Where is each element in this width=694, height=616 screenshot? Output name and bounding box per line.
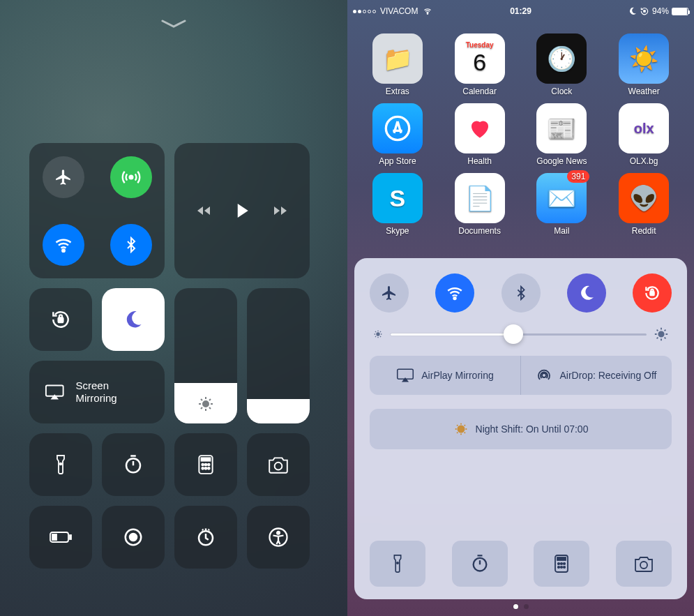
camera-button[interactable] bbox=[616, 541, 672, 587]
dismiss-chevron-icon[interactable] bbox=[161, 20, 186, 29]
bluetooth-toggle[interactable] bbox=[110, 224, 152, 266]
screen-mirroring-icon bbox=[45, 384, 65, 400]
cellular-toggle[interactable] bbox=[110, 156, 152, 198]
airplay-label: AirPlay Mirroring bbox=[421, 370, 493, 381]
dnd-icon bbox=[628, 7, 637, 15]
app-clock[interactable]: 🕐Clock bbox=[523, 33, 601, 96]
screen-record-button[interactable] bbox=[102, 506, 165, 569]
svg-point-15 bbox=[275, 463, 282, 470]
signal-icon bbox=[353, 10, 376, 13]
svg-rect-25 bbox=[644, 10, 645, 12]
app-health[interactable]: Health bbox=[441, 103, 519, 166]
app-documents[interactable]: 📄Documents bbox=[441, 173, 519, 236]
bluetooth-toggle[interactable] bbox=[501, 273, 541, 313]
airplay-icon bbox=[396, 368, 414, 383]
app-calendar[interactable]: Tuesday6Calendar bbox=[441, 33, 519, 96]
svg-point-23 bbox=[277, 532, 280, 534]
svg-point-42 bbox=[561, 566, 562, 568]
svg-point-38 bbox=[558, 563, 559, 564]
timer-button[interactable] bbox=[452, 541, 508, 587]
airplay-button[interactable]: AirPlay Mirroring bbox=[370, 356, 520, 395]
app-weather[interactable]: ☀️Weather bbox=[605, 33, 683, 96]
dnd-toggle[interactable] bbox=[567, 273, 606, 313]
svg-point-40 bbox=[564, 563, 565, 564]
camera-button[interactable] bbox=[247, 433, 310, 496]
svg-point-9 bbox=[202, 464, 204, 466]
ios11-control-center: Screen Mirroring bbox=[0, 0, 347, 616]
rewind-icon[interactable] bbox=[195, 202, 212, 219]
forward-icon[interactable] bbox=[272, 202, 289, 219]
media-card[interactable] bbox=[174, 143, 310, 278]
svg-point-26 bbox=[386, 117, 409, 140]
shortcut-row bbox=[370, 541, 672, 587]
svg-point-39 bbox=[561, 563, 562, 564]
volume-icon bbox=[271, 397, 286, 412]
dnd-toggle[interactable] bbox=[102, 288, 165, 351]
brightness-icon bbox=[197, 396, 214, 412]
airplay-airdrop-row: AirPlay Mirroring AirDrop: Receiving Off bbox=[370, 356, 672, 395]
svg-point-32 bbox=[542, 373, 546, 377]
app-reddit[interactable]: 👽Reddit bbox=[605, 173, 683, 236]
calculator-button[interactable] bbox=[534, 541, 589, 587]
app-skype[interactable]: SSkype bbox=[359, 173, 437, 236]
svg-rect-18 bbox=[52, 534, 56, 540]
volume-slider[interactable] bbox=[247, 288, 310, 423]
page-indicator[interactable] bbox=[513, 604, 529, 609]
svg-rect-28 bbox=[650, 292, 654, 295]
svg-point-34 bbox=[397, 562, 398, 564]
svg-rect-8 bbox=[202, 458, 211, 460]
night-shift-button[interactable]: Night Shift: On Until 07:00 bbox=[370, 409, 672, 449]
clock-button[interactable] bbox=[174, 506, 237, 569]
app-appstore[interactable]: App Store bbox=[359, 103, 437, 166]
control-panel: AirPlay Mirroring AirDrop: Receiving Off… bbox=[354, 258, 687, 599]
controls-grid: Screen Mirroring bbox=[29, 143, 318, 569]
screen-mirroring-label: Screen Mirroring bbox=[76, 380, 149, 405]
carrier-label: VIVACOM bbox=[380, 6, 418, 16]
orientation-lock-icon bbox=[640, 6, 649, 16]
flashlight-button[interactable] bbox=[29, 433, 92, 496]
app-extras[interactable]: 📁Extras bbox=[359, 33, 437, 96]
brightness-low-icon bbox=[372, 329, 384, 340]
svg-point-33 bbox=[458, 426, 464, 432]
wifi-icon bbox=[422, 7, 433, 15]
calculator-button[interactable] bbox=[174, 433, 237, 496]
timer-button[interactable] bbox=[102, 433, 165, 496]
brightness-high-icon bbox=[654, 326, 669, 342]
svg-point-27 bbox=[454, 297, 456, 299]
airdrop-icon bbox=[536, 367, 552, 384]
svg-point-24 bbox=[428, 13, 429, 15]
svg-rect-2 bbox=[59, 317, 63, 322]
flashlight-button[interactable] bbox=[370, 541, 425, 587]
accessibility-button[interactable] bbox=[247, 506, 310, 569]
orientation-lock-toggle[interactable] bbox=[633, 273, 672, 313]
connectivity-card[interactable] bbox=[29, 143, 165, 278]
svg-point-0 bbox=[129, 175, 133, 179]
app-olx[interactable]: olxOLX.bg bbox=[605, 103, 683, 166]
play-icon[interactable] bbox=[232, 200, 252, 221]
orientation-lock-toggle[interactable] bbox=[29, 288, 92, 351]
airplane-toggle[interactable] bbox=[43, 156, 84, 198]
wifi-toggle[interactable] bbox=[43, 224, 84, 266]
status-bar: VIVACOM 01:29 94% bbox=[347, 4, 694, 18]
app-googlenews[interactable]: 📰Google News bbox=[523, 103, 601, 166]
svg-point-3 bbox=[203, 401, 209, 407]
brightness-slider[interactable] bbox=[370, 326, 672, 342]
low-power-button[interactable] bbox=[29, 506, 92, 569]
svg-point-14 bbox=[208, 467, 210, 469]
wifi-toggle[interactable] bbox=[435, 273, 474, 313]
app-mail[interactable]: ✉️391Mail bbox=[523, 173, 601, 236]
svg-point-11 bbox=[208, 464, 210, 466]
screen-mirroring-button[interactable]: Screen Mirroring bbox=[29, 361, 165, 423]
night-shift-label: Night Shift: On Until 07:00 bbox=[476, 423, 589, 435]
svg-rect-17 bbox=[70, 535, 71, 539]
airdrop-button[interactable]: AirDrop: Receiving Off bbox=[520, 356, 672, 395]
svg-point-13 bbox=[205, 467, 207, 469]
night-shift-icon bbox=[453, 421, 469, 437]
ios10-control-center: VIVACOM 01:29 94% 📁Extras Tuesday6Calend… bbox=[347, 0, 694, 616]
home-apps: 📁Extras Tuesday6Calendar 🕐Clock ☀️Weathe… bbox=[347, 33, 694, 236]
svg-point-5 bbox=[60, 463, 62, 465]
clock-label: 01:29 bbox=[510, 6, 531, 16]
brightness-slider[interactable] bbox=[174, 288, 237, 423]
airplane-toggle[interactable] bbox=[370, 273, 409, 313]
battery-pct: 94% bbox=[652, 6, 669, 16]
